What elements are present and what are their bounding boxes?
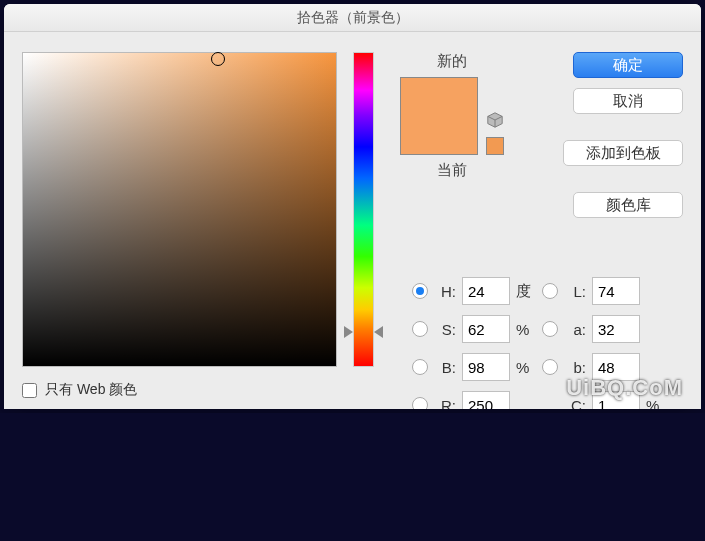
unit-c: % — [646, 397, 666, 410]
input-b[interactable] — [462, 353, 510, 381]
color-field[interactable] — [22, 52, 337, 367]
web-only-label: 只有 Web 颜色 — [45, 381, 137, 399]
label-a: a: — [564, 321, 586, 338]
value-fields: H: 度 L: S: % a: B: % — [412, 272, 692, 409]
input-r[interactable] — [462, 391, 510, 409]
add-to-swatches-button[interactable]: 添加到色板 — [563, 140, 683, 166]
closest-web-swatch[interactable] — [486, 137, 504, 155]
radio-s[interactable] — [412, 321, 428, 337]
label-r: R: — [434, 397, 456, 410]
input-h[interactable] — [462, 277, 510, 305]
input-a[interactable] — [592, 315, 640, 343]
input-c[interactable] — [592, 391, 640, 409]
swatch-current-label: 当前 — [437, 161, 467, 180]
label-s: S: — [434, 321, 456, 338]
radio-b[interactable] — [412, 359, 428, 375]
color-picker-window: 拾色器（前景色） 只有 Web 颜色 新的 — [4, 4, 701, 409]
swatch-preview — [400, 77, 478, 155]
swatch-new-label: 新的 — [437, 52, 467, 71]
input-s[interactable] — [462, 315, 510, 343]
unit-s: % — [516, 321, 536, 338]
label-bb: b: — [564, 359, 586, 376]
ok-button[interactable]: 确定 — [573, 52, 683, 78]
unit-h: 度 — [516, 282, 536, 301]
color-field-marker[interactable] — [211, 52, 225, 66]
input-bb[interactable] — [592, 353, 640, 381]
hue-slider-handle-left[interactable] — [344, 326, 353, 338]
cancel-button[interactable]: 取消 — [573, 88, 683, 114]
radio-a[interactable] — [542, 321, 558, 337]
input-l[interactable] — [592, 277, 640, 305]
content: 只有 Web 颜色 新的 当前 确定 取消 — [4, 32, 701, 409]
label-c: C: — [564, 397, 586, 410]
radio-h[interactable] — [412, 283, 428, 299]
swatch-current[interactable] — [401, 116, 477, 154]
label-l: L: — [564, 283, 586, 300]
label-h: H: — [434, 283, 456, 300]
color-libraries-button[interactable]: 颜色库 — [573, 192, 683, 218]
web-only-checkbox-row[interactable]: 只有 Web 颜色 — [22, 381, 337, 399]
web-only-checkbox[interactable] — [22, 383, 37, 398]
label-b: B: — [434, 359, 456, 376]
window-title: 拾色器（前景色） — [297, 9, 409, 27]
unit-b: % — [516, 359, 536, 376]
hue-slider-handle-right[interactable] — [374, 326, 383, 338]
radio-r[interactable] — [412, 397, 428, 409]
radio-bb[interactable] — [542, 359, 558, 375]
radio-l[interactable] — [542, 283, 558, 299]
titlebar[interactable]: 拾色器（前景色） — [4, 4, 701, 32]
gamut-warning-icon[interactable] — [486, 111, 504, 129]
hue-slider[interactable] — [353, 52, 374, 367]
swatch-new[interactable] — [401, 78, 477, 116]
left-column: 只有 Web 颜色 — [22, 52, 337, 399]
